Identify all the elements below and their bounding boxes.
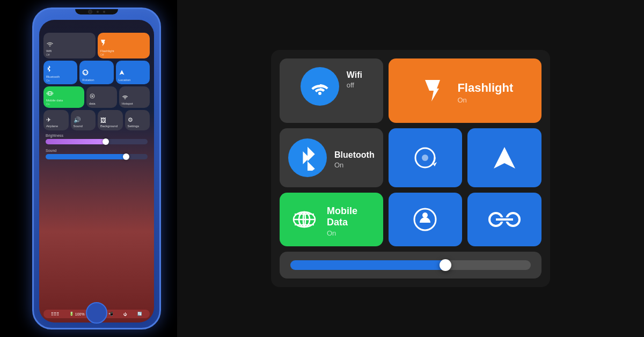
phone-sound-track[interactable] (46, 154, 148, 159)
svg-marker-6 (425, 80, 440, 101)
cc-bluetooth-label: Bluetooth (334, 150, 375, 160)
phone-background-icon: 🖼 (100, 117, 106, 123)
speaker-dot (97, 11, 99, 13)
phone-sound-icon: 🔊 (74, 116, 81, 123)
phone-status-power: ⏻ (123, 312, 127, 316)
camera-dot (88, 10, 92, 14)
phone-flashlight-sub: Off (100, 53, 104, 56)
phone-bluetooth-sub: On (46, 79, 50, 82)
cc-grid: Wifi off Flashlight On (280, 58, 541, 246)
cc-hotspot-tile[interactable] (467, 193, 541, 246)
phone-airplane-label: Airplane (46, 124, 58, 128)
phone-background-tile[interactable]: 🖼 Background (98, 110, 123, 130)
phone-settings-tile[interactable]: ⚙ Settings (125, 110, 150, 130)
phone-mobiledata-icon (46, 90, 54, 98)
cc-hotspot-icon (476, 209, 533, 230)
phone-mobiledata-tile[interactable]: Mobile data On (43, 86, 84, 108)
cc-flashlight-sub: On (457, 96, 513, 104)
cc-brightness-thumb[interactable] (440, 259, 451, 271)
phone-location-tile[interactable]: Location (116, 61, 150, 84)
phone-sound-thumb[interactable] (123, 153, 129, 160)
phone-hotspot-tile[interactable]: Hotspot (119, 86, 150, 108)
cc-mobiledata-sub: On (327, 229, 375, 237)
phone-wifi-tile[interactable]: Wifi Off (43, 33, 96, 58)
cc-bluetooth-sub: On (334, 161, 375, 169)
svg-point-8 (422, 155, 428, 161)
phone-mockup: Wifi Off Flashlight Off Bluetoot (16, 2, 177, 335)
phone-status-refresh: 🔄 (137, 312, 142, 316)
phone-datausage-icon (89, 93, 96, 101)
cc-brightness-track[interactable] (290, 260, 531, 270)
cc-wifi-tile[interactable]: Wifi off (280, 58, 383, 123)
speaker-dot2 (103, 11, 105, 13)
cc-flashlight-icon-wrap (416, 75, 449, 107)
phone-flashlight-tile[interactable]: Flashlight Off (98, 33, 150, 58)
svg-marker-10 (494, 147, 515, 169)
cc-brightness-control (280, 252, 541, 279)
phone-mobiledata-label: Mobile data (46, 99, 63, 102)
phone-screen: Wifi Off Flashlight Off Bluetoot (39, 20, 154, 323)
phone-bluetooth-icon (46, 65, 52, 74)
cc-flashlight-text: Flashlight On (457, 78, 513, 104)
phone-row-4: ✈ Airplane 🔊 Sound 🖼 Background ⚙ Settin… (43, 110, 150, 130)
phone-flashlight-icon (100, 39, 106, 48)
phone-settings-icon: ⚙ (128, 116, 133, 123)
svg-point-18 (422, 213, 428, 218)
phone-sound-label2: Sound (46, 149, 148, 152)
phone-brightness-slider: Brightness (43, 133, 150, 145)
cc-wifi-sub: off (347, 81, 362, 89)
phone-status-battery: 🔋 100% (69, 312, 85, 316)
flashlight-icon (423, 78, 442, 104)
phone-hotspot-icon (122, 93, 128, 101)
phone-sound-tile[interactable]: 🔊 Sound (71, 110, 96, 130)
svg-marker-0 (101, 40, 105, 46)
phone-row-1: Wifi Off Flashlight Off (43, 33, 150, 58)
cc-bluetooth-tile[interactable]: Bluetooth On (280, 128, 383, 187)
phone-home-button[interactable] (86, 302, 107, 324)
phone-row-2: Bluetooth On Rotation Location (43, 61, 150, 84)
phone-wifi-label: Wifi (46, 49, 52, 53)
phone-datausage-tile[interactable]: data (86, 86, 117, 108)
phone-battery-pct: 100% (75, 312, 85, 316)
phone-settings-label: Settings (128, 124, 140, 128)
phone-bluetooth-tile[interactable]: Bluetooth On (43, 61, 77, 84)
cc-datausage-tile[interactable] (389, 193, 463, 246)
phone-bluetooth-label: Bluetooth (46, 75, 60, 79)
cc-wifi-label: Wifi (347, 70, 362, 80)
phone-brightness-label: Brightness (46, 134, 148, 137)
cc-panel: Wifi off Flashlight On (271, 50, 550, 287)
phone-wifi-sub: Off (46, 53, 50, 56)
phone-body: Wifi Off Flashlight Off Bluetoot (32, 8, 161, 329)
phone-brightness-track[interactable] (46, 139, 148, 144)
cc-location-icon (476, 143, 533, 173)
svg-marker-1 (119, 70, 124, 75)
phone-mobiledata-sub: On (46, 102, 50, 106)
phone-notch (75, 9, 118, 14)
cc-mobiledata-tile[interactable]: Mobile Data On (280, 193, 383, 246)
cc-mobiledata-label: Mobile Data (327, 206, 375, 228)
phone-brightness-thumb[interactable] (103, 138, 109, 145)
phone-location-icon (119, 69, 125, 77)
cc-rotation-tile[interactable] (389, 128, 463, 187)
phone-sound-slider: Sound (43, 148, 150, 160)
cc-mobiledata-icon-wrap (288, 203, 320, 236)
cc-location-tile[interactable] (467, 128, 541, 187)
phone-status-dots: ⣿⣿⣿ (51, 312, 59, 316)
phone-location-label: Location (119, 78, 131, 82)
phone-airplane-icon: ✈ (46, 116, 51, 123)
cc-wifi-circle (301, 67, 339, 106)
mobile-data-icon (291, 209, 317, 230)
phone-wifi-icon (46, 40, 54, 48)
phone-rotation-icon (82, 69, 89, 77)
phone-rotation-tile[interactable]: Rotation (79, 61, 113, 84)
phone-background-label: Background (100, 124, 118, 128)
cc-rotation-icon (397, 143, 454, 173)
cc-flashlight-tile[interactable]: Flashlight On (389, 58, 541, 123)
phone-hotspot-label: Hotspot (122, 102, 133, 106)
phone-status-social: 📲 (108, 312, 113, 316)
phone-flashlight-label: Flashlight (100, 49, 114, 53)
phone-airplane-tile[interactable]: ✈ Airplane (43, 110, 69, 130)
phone-battery-icon: 🔋 (69, 312, 74, 316)
cc-wifi-text: Wifi off (347, 67, 362, 89)
cc-mobiledata-text: Mobile Data On (327, 202, 375, 237)
